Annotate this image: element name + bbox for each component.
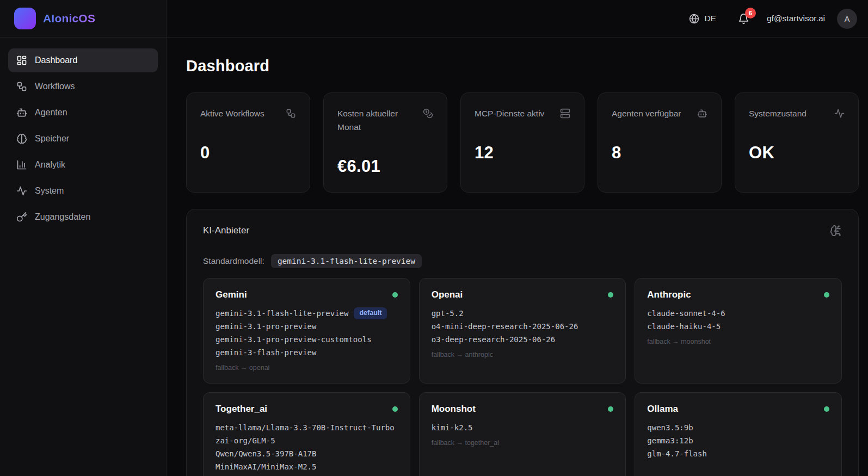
provider-name: Openai [432, 289, 463, 300]
model-name: MiniMaxAI/MiniMax-M2.5 [216, 460, 316, 473]
stat-value: €6.01 [337, 157, 433, 176]
model-line: MiniMaxAI/MiniMax-M2.5 [216, 460, 398, 473]
model-line: Qwen/Qwen3.5-397B-A17B [216, 447, 398, 460]
stat-value: 8 [612, 143, 707, 163]
model-name: kimi-k2.5 [432, 421, 473, 434]
status-dot [824, 406, 829, 412]
sidebar-item-label: Agenten [35, 108, 67, 118]
workflow-icon [286, 108, 296, 119]
default-model-row: Standardmodell: gemini-3.1-flash-lite-pr… [203, 254, 842, 268]
model-line: gemini-3.1-pro-preview-customtools [216, 333, 398, 346]
model-line: claude-haiku-4-5 [647, 320, 829, 333]
notifications-button[interactable]: 6 [738, 13, 749, 24]
provider-card-header: Moonshot [432, 404, 614, 415]
stat-card: Aktive Workflows 0 [186, 92, 310, 193]
stat-card: Agenten verfügbar 8 [598, 92, 722, 193]
topbar: DE 6 gf@startvisor.ai A [167, 0, 868, 38]
provider-models: kimi-k2.5 [432, 421, 614, 434]
coins-icon [423, 108, 433, 119]
model-line: gemma3:12b [647, 434, 829, 447]
stat-card-header: Aktive Workflows [200, 107, 296, 120]
provider-card-together_ai: Together_ai meta-llama/Llama-3.3-70B-Ins… [203, 392, 410, 476]
provider-models: gemini-3.1-flash-lite-previewdefaultgemi… [216, 307, 398, 359]
model-line: gemini-3.1-flash-lite-previewdefault [216, 307, 398, 320]
status-dot [392, 406, 398, 412]
sidebar-item-label: Dashboard [35, 55, 77, 65]
provider-card-anthropic: Anthropic claude-sonnet-4-6claude-haiku-… [635, 278, 842, 384]
model-line: meta-llama/Llama-3.3-70B-Instruct-Turbo [216, 421, 398, 434]
model-line: kimi-k2.5 [432, 421, 614, 434]
model-line: o4-mini-deep-research-2025-06-26 [432, 320, 614, 333]
provider-card-ollama: Ollama qwen3.5:9bgemma3:12bglm-4.7-flash [635, 392, 842, 476]
stat-label: Systemzustand [749, 107, 807, 120]
sidebar-item-dashboard[interactable]: Dashboard [8, 48, 158, 72]
providers-grid: Gemini gemini-3.1-flash-lite-previewdefa… [203, 278, 842, 476]
fallback-label: fallback → together_ai [432, 439, 614, 447]
app-logo-icon [14, 8, 36, 29]
status-dot [392, 292, 398, 298]
stat-card: MCP-Dienste aktiv 12 [460, 92, 584, 193]
brain-icon [16, 133, 27, 144]
provider-models: meta-llama/Llama-3.3-70B-Instruct-Turboz… [216, 421, 398, 473]
provider-card-openai: Openai gpt-5.2o4-mini-deep-research-2025… [419, 278, 626, 384]
provider-models: qwen3.5:9bgemma3:12bglm-4.7-flash [647, 421, 829, 460]
model-line: qwen3.5:9b [647, 421, 829, 434]
default-model-value: gemini-3.1-flash-lite-preview [271, 254, 422, 268]
bot-icon [16, 107, 27, 118]
sidebar-nav: Dashboard Workflows Agenten Speicher Ana… [0, 38, 166, 240]
key-icon [16, 212, 27, 222]
model-name: zai-org/GLM-5 [216, 434, 275, 447]
notification-badge: 6 [745, 8, 756, 18]
providers-panel-title: KI-Anbieter [203, 225, 249, 236]
provider-name: Moonshot [432, 404, 476, 415]
stat-label: Agenten verfügbar [612, 107, 681, 120]
stat-card: Kosten aktueller Monat €6.01 [323, 92, 447, 193]
sidebar-item-label: Workflows [35, 82, 75, 91]
globe-icon [689, 14, 699, 24]
model-name: meta-llama/Llama-3.3-70B-Instruct-Turbo [216, 421, 395, 434]
status-dot [608, 292, 613, 298]
model-name: gemini-3.1-flash-lite-preview [216, 307, 348, 320]
brand-name: AIonicOS [43, 12, 95, 25]
provider-card-header: Anthropic [647, 289, 829, 300]
fallback-label: fallback → moonshot [647, 338, 829, 345]
sidebar-item-zugangsdaten[interactable]: Zugangsdaten [8, 205, 158, 229]
model-name: gpt-5.2 [432, 307, 464, 320]
brain-circuit-icon [830, 225, 842, 237]
activity-icon [16, 186, 27, 196]
workflow-icon [16, 81, 27, 92]
provider-card-gemini: Gemini gemini-3.1-flash-lite-previewdefa… [203, 278, 410, 384]
model-name: claude-sonnet-4-6 [647, 307, 725, 320]
providers-panel-header: KI-Anbieter [203, 225, 842, 237]
provider-card-moonshot: Moonshot kimi-k2.5 fallback → together_a… [419, 392, 626, 476]
model-name: gemini-3.1-pro-preview-customtools [216, 333, 372, 346]
model-name: glm-4.7-flash [647, 447, 707, 460]
sidebar-item-label: Analytik [35, 160, 65, 170]
model-name: gemini-3-flash-preview [216, 346, 316, 359]
stat-label: Kosten aktueller Monat [337, 107, 417, 134]
sidebar-item-label: System [35, 186, 64, 196]
model-name: gemma3:12b [647, 434, 693, 447]
sidebar-item-analytik[interactable]: Analytik [8, 153, 158, 177]
sidebar-item-system[interactable]: System [8, 179, 158, 203]
providers-panel: KI-Anbieter Standardmodell: gemini-3.1-f… [186, 209, 859, 476]
stats-grid: Aktive Workflows 0 Kosten aktueller Mona… [186, 92, 859, 193]
language-selector[interactable]: DE [689, 14, 716, 24]
provider-name: Together_ai [216, 404, 267, 415]
provider-card-header: Together_ai [216, 404, 398, 415]
sidebar-item-speicher[interactable]: Speicher [8, 127, 158, 151]
app-root: AIonicOS Dashboard Workflows Agenten Spe… [0, 0, 868, 476]
sidebar-item-workflows[interactable]: Workflows [8, 75, 158, 98]
sidebar-item-label: Zugangsdaten [35, 212, 90, 222]
provider-name: Ollama [647, 404, 678, 415]
sidebar-item-agenten[interactable]: Agenten [8, 101, 158, 125]
model-name: gemini-3.1-pro-preview [216, 320, 316, 333]
brand[interactable]: AIonicOS [0, 0, 166, 38]
page-title: Dashboard [186, 57, 859, 75]
avatar[interactable]: A [837, 9, 857, 29]
provider-card-header: Ollama [647, 404, 829, 415]
stat-label: MCP-Dienste aktiv [475, 107, 544, 120]
model-line: glm-4.7-flash [647, 447, 829, 460]
stat-card: Systemzustand OK [735, 92, 859, 193]
provider-models: gpt-5.2o4-mini-deep-research-2025-06-26o… [432, 307, 614, 346]
